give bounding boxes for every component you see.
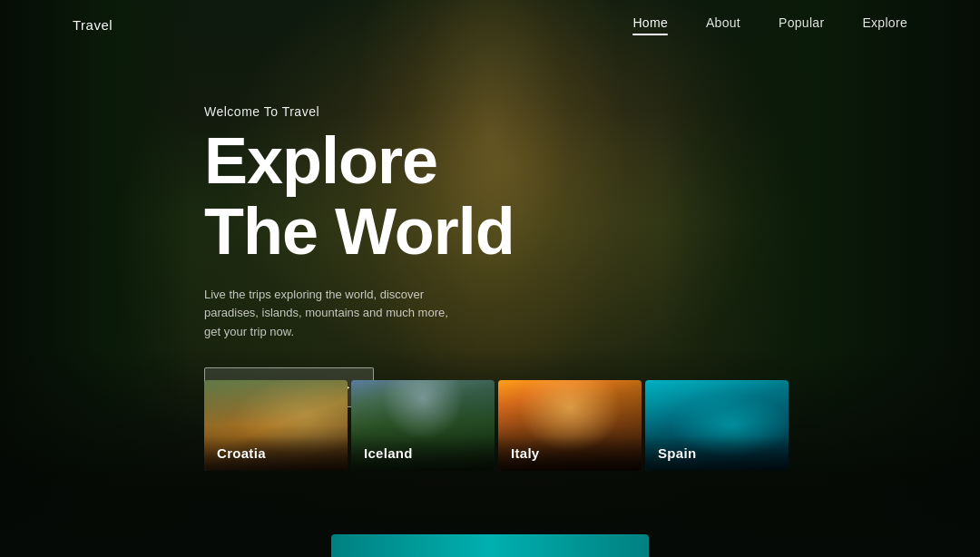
nav-link-explore[interactable]: Explore bbox=[862, 15, 907, 30]
card-label-spain: Spain bbox=[658, 445, 696, 461]
nav-item-about[interactable]: About bbox=[706, 15, 740, 35]
destination-cards: Croatia Iceland Italy Spain bbox=[204, 380, 789, 471]
hero-description: Live the trips exploring the world, disc… bbox=[204, 286, 458, 342]
card-label-iceland: Iceland bbox=[364, 445, 413, 461]
destination-card-italy[interactable]: Italy bbox=[498, 380, 642, 471]
hero-content: Welcome To Travel Explore The World Live… bbox=[204, 104, 514, 407]
nav-link-about[interactable]: About bbox=[706, 15, 740, 30]
bottom-teal-strip bbox=[331, 534, 649, 557]
destination-card-spain[interactable]: Spain bbox=[645, 380, 789, 471]
hero-title: Explore The World bbox=[204, 126, 514, 268]
card-label-croatia: Croatia bbox=[217, 445, 266, 461]
nav-links: Home About Popular Explore bbox=[632, 15, 907, 35]
destination-card-iceland[interactable]: Iceland bbox=[351, 380, 495, 471]
welcome-text: Welcome To Travel bbox=[204, 104, 514, 119]
hero-title-line2: The World bbox=[204, 195, 514, 268]
nav-link-popular[interactable]: Popular bbox=[779, 15, 824, 30]
card-label-italy: Italy bbox=[511, 445, 540, 461]
nav-item-home[interactable]: Home bbox=[632, 15, 668, 35]
nav-item-popular[interactable]: Popular bbox=[779, 15, 824, 35]
card-overlay-italy: Italy bbox=[498, 436, 642, 471]
hero-title-line1: Explore bbox=[204, 124, 437, 197]
card-overlay-iceland: Iceland bbox=[351, 436, 495, 471]
card-overlay-spain: Spain bbox=[645, 436, 789, 471]
destination-card-croatia[interactable]: Croatia bbox=[204, 380, 348, 471]
navbar: Travel Home About Popular Explore bbox=[0, 0, 980, 50]
nav-link-home[interactable]: Home bbox=[632, 15, 668, 35]
nav-item-explore[interactable]: Explore bbox=[862, 15, 907, 35]
card-overlay-croatia: Croatia bbox=[204, 436, 348, 471]
nav-logo: Travel bbox=[73, 17, 113, 33]
